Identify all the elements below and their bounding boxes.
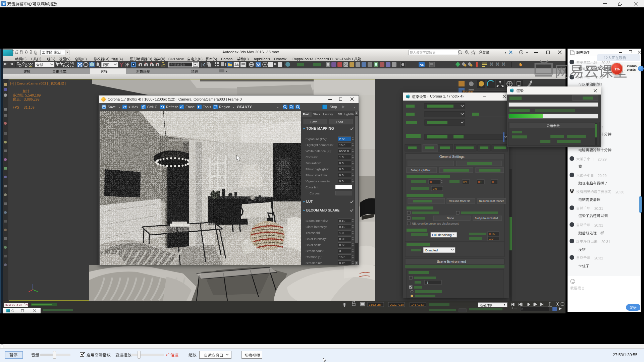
svg-text:335.89mm: 335.89mm (369, 303, 383, 306)
svg-text:0:0: 0:0 (478, 180, 482, 184)
svg-text:0 objs to excluded...: 0 objs to excluded... (475, 217, 500, 220)
svg-text:0: 0 (430, 180, 432, 184)
svg-text:0: 0 (522, 307, 523, 311)
svg-text:Disabled: Disabled (425, 248, 438, 252)
svg-text:None: None (447, 217, 454, 220)
svg-text:Resume from file...: Resume from file... (449, 199, 473, 203)
svg-text:Setup LightMix: Setup LightMix (411, 169, 431, 172)
svg-text:General Settings: General Settings (439, 155, 465, 159)
svg-text:0: 0 (492, 180, 494, 184)
svg-text:1457.283n: 1457.283n (411, 303, 426, 306)
svg-text:NB: override preserves displac: NB: override preserves displacement (412, 222, 459, 225)
svg-text:0.65: 0.65 (489, 232, 495, 236)
svg-text:2022.713n: 2022.713n (390, 303, 404, 306)
svg-text:?: ? (521, 51, 522, 54)
svg-text:0.0: 0.0 (433, 187, 437, 190)
svg-text:Full denoising: Full denoising (432, 233, 452, 237)
svg-text:Resume last render: Resume last render (479, 199, 504, 203)
svg-text:1: 1 (427, 281, 428, 284)
svg-text:RS: RS (420, 63, 424, 66)
svg-text:1.0: 1.0 (489, 237, 493, 240)
svg-text:Scene Environment: Scene Environment (437, 260, 466, 263)
svg-text:0:1: 0:1 (463, 180, 468, 184)
